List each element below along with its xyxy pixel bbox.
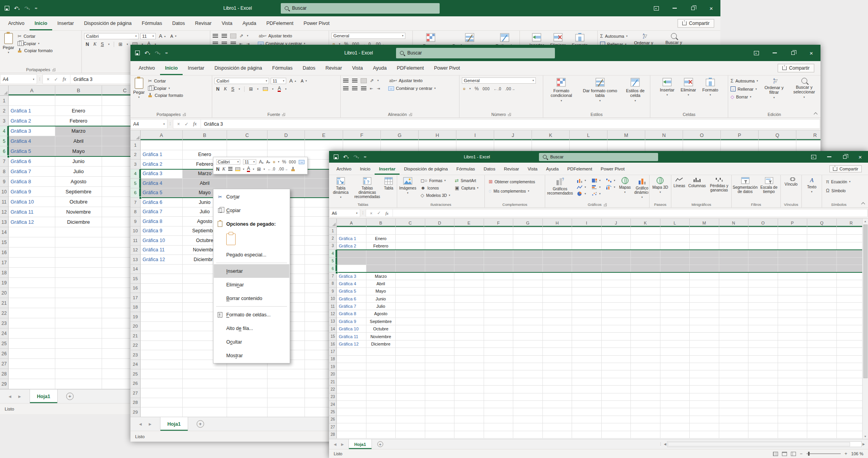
prev-sheet-icon[interactable]: ◀ — [9, 395, 11, 398]
cell-e4[interactable] — [454, 250, 484, 257]
cell-g18[interactable] — [513, 356, 543, 363]
cell-j28[interactable] — [602, 431, 631, 439]
cell-g6[interactable] — [513, 265, 543, 272]
cell-a22[interactable] — [337, 386, 366, 393]
cell-b20[interactable] — [55, 288, 102, 298]
cell-e9[interactable] — [454, 288, 484, 295]
cell-f20[interactable] — [484, 370, 514, 378]
mini-font-size[interactable]: 11▾ — [243, 159, 256, 165]
paste-button[interactable]: Pegar ▾ — [1, 32, 16, 54]
cell-l7[interactable] — [660, 272, 690, 280]
cell-a3[interactable]: Gráfica 2 — [141, 160, 183, 169]
cell-m10[interactable] — [690, 295, 719, 303]
cell-a11[interactable]: Gráfica 7 — [337, 303, 366, 310]
cell-b23[interactable] — [55, 318, 102, 328]
cell-a12[interactable]: Gráfica 11 — [9, 207, 55, 217]
restore-button[interactable] — [784, 45, 802, 61]
cell-p27[interactable] — [778, 423, 808, 431]
cell-a24[interactable] — [9, 328, 55, 339]
cell-k7[interactable] — [631, 272, 660, 280]
cell-o11[interactable] — [748, 303, 778, 310]
cell-e12[interactable] — [454, 310, 484, 318]
align-bottom-button[interactable] — [231, 34, 236, 38]
add-sheet-button[interactable]: + — [377, 441, 383, 447]
cell-d22[interactable] — [425, 386, 455, 393]
cell-a20[interactable] — [141, 322, 183, 332]
cell-i13[interactable] — [572, 318, 602, 325]
cell-a25[interactable] — [141, 369, 183, 379]
cell-m19[interactable] — [690, 363, 719, 370]
row-header-10[interactable]: 10 — [0, 187, 9, 197]
mini-accounting-button[interactable]: ¤ — [273, 160, 275, 164]
mini-comma-button[interactable]: 000 — [289, 160, 296, 164]
row-header-14[interactable]: 14 — [329, 325, 337, 333]
font-name-select[interactable]: Calibri▾ — [84, 33, 139, 39]
waterfall-chart-button[interactable]: ▾ — [604, 178, 617, 183]
cell-d25[interactable] — [268, 369, 305, 379]
cell-q24[interactable] — [807, 401, 837, 408]
cell-r12[interactable] — [837, 310, 866, 318]
row-header-9[interactable]: 9 — [130, 217, 141, 226]
column-header-k[interactable]: K — [631, 219, 660, 227]
cell-a26[interactable] — [9, 349, 55, 359]
cell-i21[interactable] — [572, 378, 602, 386]
cell-k27[interactable] — [631, 423, 660, 431]
mini-increase-decimal[interactable]: ←.0 — [268, 167, 275, 171]
cell-q25[interactable] — [807, 408, 837, 416]
cell-a27[interactable] — [337, 423, 366, 431]
cell-a5[interactable]: Gráfica 4 — [9, 136, 55, 146]
column-header-g[interactable]: G — [513, 219, 543, 227]
cell-a14[interactable] — [141, 265, 183, 274]
redo-icon[interactable]: ↷▾ — [353, 154, 359, 160]
row-header-2[interactable]: 2 — [329, 235, 337, 242]
cell-r26[interactable] — [837, 416, 866, 423]
cell-g3[interactable] — [513, 242, 543, 250]
cell-o13[interactable] — [748, 318, 778, 325]
cell-b19[interactable] — [366, 363, 396, 370]
scrollbar-thumb[interactable] — [863, 225, 868, 378]
cell-h13[interactable] — [543, 318, 572, 325]
cell-g17[interactable] — [513, 348, 543, 355]
formula-input[interactable]: Gráfica 3 — [201, 119, 820, 129]
dialog-launcher-icon[interactable] — [282, 113, 285, 116]
cell-p1[interactable] — [721, 140, 759, 150]
cell-h7[interactable] — [543, 272, 572, 280]
cell-p13[interactable] — [778, 318, 808, 325]
shapes-button[interactable]: ◻○Formas▾ — [419, 177, 452, 184]
hierarchy-chart-button[interactable]: ▾ — [590, 178, 602, 183]
cell-n28[interactable] — [719, 431, 749, 439]
cell-o10[interactable] — [748, 295, 778, 303]
select-all-corner[interactable] — [0, 86, 9, 96]
search-input[interactable]: Buscar — [281, 3, 440, 14]
cell-n17[interactable] — [719, 348, 749, 355]
cell-g11[interactable] — [513, 303, 543, 310]
cell-c27[interactable] — [227, 388, 268, 398]
row-header-4[interactable]: 4 — [130, 169, 141, 179]
cell-h23[interactable] — [543, 393, 572, 401]
context-menu-item-eliminar[interactable]: Eliminar — [214, 278, 289, 291]
share-button[interactable]: Compartir — [678, 19, 714, 28]
cell-d20[interactable] — [425, 370, 455, 378]
cell-g23[interactable] — [513, 393, 543, 401]
cell-o12[interactable] — [748, 310, 778, 318]
customize-qat-icon[interactable]: ≂ — [364, 155, 367, 159]
context-menu-item-cortar[interactable]: ✂Cortar — [214, 190, 289, 204]
cell-c28[interactable] — [396, 431, 425, 439]
sparkline-winloss-button[interactable]: Pérdidas y ganancias — [708, 176, 731, 192]
cell-j17[interactable] — [602, 348, 631, 355]
cell-o9[interactable] — [748, 288, 778, 295]
sort-filter-button[interactable]: AZ Ordenar y filtrar▾ — [762, 77, 786, 99]
cell-c16[interactable] — [396, 340, 425, 348]
cell-q18[interactable] — [807, 356, 837, 363]
cell-m22[interactable] — [690, 386, 719, 393]
cell-l20[interactable] — [660, 370, 690, 378]
cell-p21[interactable] — [778, 378, 808, 386]
cell-p23[interactable] — [778, 393, 808, 401]
cell-n9[interactable] — [719, 288, 749, 295]
cell-i22[interactable] — [572, 386, 602, 393]
mini-merge-button[interactable]: ↔ — [299, 160, 305, 164]
cell-j9[interactable] — [602, 288, 631, 295]
cell-b26[interactable] — [55, 349, 102, 359]
cell-h20[interactable] — [543, 370, 572, 378]
font-size-select[interactable]: 11▾ — [271, 78, 286, 84]
